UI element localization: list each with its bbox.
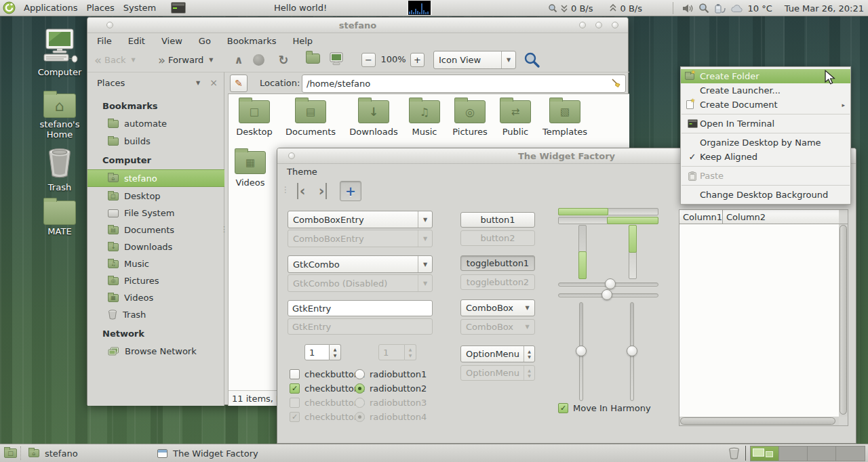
menu-item-create-document[interactable]: ★ Create Document ▸ [681, 98, 850, 112]
forward-history-arrow-icon[interactable]: ▼ [209, 57, 213, 63]
file-item-downloads[interactable]: ↓ Downloads [347, 100, 401, 137]
file-item-videos[interactable]: ▦ Videos [228, 151, 277, 188]
slider-handle[interactable] [601, 289, 612, 300]
slider-handle[interactable] [576, 345, 587, 356]
sidebar-close-icon[interactable]: × [210, 77, 218, 88]
workspace-2[interactable] [779, 446, 808, 461]
menu-edit[interactable]: Edit [128, 36, 145, 46]
menu-item-change-desktop-background[interactable]: Change Desktop Background [681, 188, 850, 202]
workspace-3[interactable] [808, 446, 836, 461]
spin-up-icon[interactable]: ▲ [334, 347, 337, 352]
togglebutton1[interactable]: togglebutton1 [460, 255, 535, 271]
column-header-2[interactable]: Column2 [723, 210, 839, 224]
sidebar-header-label[interactable]: Places [97, 78, 125, 88]
desktop-icon-trash[interactable]: Trash [28, 148, 91, 193]
slider-handle[interactable] [627, 345, 637, 356]
desktop-icon-home[interactable]: ⌂ stefano's Home [28, 93, 91, 140]
button1[interactable]: button1 [460, 212, 535, 228]
computer-button[interactable] [329, 51, 344, 68]
back-history-arrow-icon[interactable]: ▼ [132, 57, 136, 63]
sidebar-item-pictures[interactable]: ◎ Pictures [87, 272, 224, 289]
scrollbar-thumb[interactable] [840, 225, 847, 415]
sidebar-item-desktop[interactable]: □ Desktop [87, 188, 224, 205]
menu-theme[interactable]: Theme [287, 167, 317, 177]
sidebar-item-downloads[interactable]: ↓ Downloads [87, 238, 224, 255]
forward-button[interactable]: » Forward ▼ [158, 51, 213, 68]
trash-applet-icon[interactable] [728, 447, 740, 460]
sidebar-item-filesystem[interactable]: File System [87, 205, 224, 222]
sidebar-item-music[interactable]: ♫ Music [87, 255, 224, 272]
home-button[interactable] [306, 54, 320, 64]
desktop-icon-mate[interactable]: MATE [28, 201, 91, 237]
sidebar-item-builds[interactable]: builds [87, 133, 224, 150]
system-monitor-applet[interactable] [407, 1, 432, 15]
task-button-widget-factory[interactable]: The Widget Factory [153, 445, 282, 462]
column-header-1[interactable]: Column1 [679, 210, 723, 224]
optionmenu[interactable]: OptionMenu ▲ ▼ [460, 345, 535, 362]
search-button[interactable] [523, 51, 540, 70]
menu-bookmarks[interactable]: Bookmarks [227, 36, 277, 46]
workspace-1-active[interactable] [751, 446, 779, 461]
menu-places[interactable]: Places [86, 3, 114, 13]
file-manager-titlebar[interactable]: stefano [87, 18, 628, 33]
menu-item-keep-aligned[interactable]: ✓ Keep Aligned [681, 150, 850, 164]
file-item-public[interactable]: ⇄ Public [488, 100, 542, 137]
spin-down-icon[interactable]: ▼ [334, 353, 337, 358]
checkbutton1[interactable]: checkbutton1 [290, 369, 365, 379]
gtkcombo[interactable]: GtkCombo ▼ [288, 255, 433, 273]
menu-file[interactable]: File [97, 36, 112, 46]
checkbutton2[interactable]: ✓ checkbutton2 [290, 383, 365, 394]
menu-view[interactable]: View [161, 36, 182, 46]
battery-icon[interactable] [714, 3, 726, 14]
sidebar-item-automate[interactable]: automate [87, 115, 224, 132]
sidebar-item-browse-network[interactable]: Browse Network [87, 343, 224, 360]
file-item-desktop[interactable]: □ Desktop [228, 100, 281, 137]
menu-go[interactable]: Go [199, 36, 211, 46]
mate-menu-icon[interactable] [3, 1, 16, 14]
clock[interactable]: Tue Mar 26, 20:21 [785, 3, 864, 14]
file-item-templates[interactable]: ▧ Templates [538, 100, 592, 137]
menu-help[interactable]: Help [292, 36, 313, 46]
clear-location-icon[interactable] [611, 78, 621, 90]
sidebar-item-stefano[interactable]: ⌂ stefano [87, 169, 224, 187]
checkbox-icon[interactable] [290, 369, 300, 379]
weather-icon[interactable] [730, 4, 743, 13]
terminal-launcher-icon[interactable] [171, 2, 186, 14]
sidebar-resize-grip[interactable]: ⋮ [220, 225, 228, 234]
gtkentry[interactable]: GtkEntry [288, 300, 433, 316]
zoom-out-button[interactable]: − [361, 53, 376, 67]
scrollbar-thumb[interactable] [680, 417, 835, 425]
desktop-icon-computer[interactable]: Computer [28, 28, 91, 78]
horizontal-scrollbar[interactable] [679, 417, 839, 425]
minimize-button[interactable] [579, 22, 586, 28]
location-edit-button[interactable]: ✎ [230, 75, 248, 92]
zoom-in-button[interactable]: + [410, 53, 425, 67]
go-last-button[interactable]: › [313, 181, 333, 201]
sidebar-switcher-icon[interactable]: ▼ [196, 80, 200, 86]
combobox[interactable]: ComboBox ▼ [460, 299, 535, 316]
menu-item-open-in-terminal[interactable]: Open In Terminal [681, 117, 850, 131]
move-in-harmony-checkbox[interactable]: ✓ Move In Harmony [558, 403, 651, 413]
add-button[interactable]: + [340, 181, 361, 201]
workspace-4[interactable] [836, 446, 865, 461]
sidebar-item-trash[interactable]: Trash [87, 306, 224, 323]
network-monitor-applet[interactable]: 0 B/s 0 B/s [548, 0, 642, 16]
menu-system[interactable]: System [123, 3, 156, 13]
magnifier-icon[interactable] [698, 3, 709, 14]
location-input[interactable]: /home/stefano [302, 75, 626, 93]
treeview-body[interactable] [679, 224, 839, 417]
radio-selected-icon[interactable] [355, 383, 365, 394]
spinbutton[interactable]: 1 ▲ ▼ [304, 344, 341, 360]
up-button[interactable]: ∧ [230, 51, 248, 68]
checkbox-checked-icon[interactable]: ✓ [290, 383, 300, 394]
stop-button[interactable] [253, 54, 264, 66]
slider-handle[interactable] [605, 278, 616, 289]
maximize-button[interactable] [595, 22, 602, 28]
radiobutton2[interactable]: radiobutton2 [355, 383, 427, 394]
radiobutton1[interactable]: radiobutton1 [355, 369, 427, 379]
show-desktop-button[interactable]: □ [4, 448, 17, 458]
menu-applications[interactable]: Applications [24, 3, 77, 13]
task-button-stefano[interactable]: ⌂ stefano [24, 445, 153, 462]
go-first-button[interactable]: ‹ [291, 181, 311, 201]
sidebar-item-documents[interactable]: ▤ Documents [87, 222, 224, 238]
